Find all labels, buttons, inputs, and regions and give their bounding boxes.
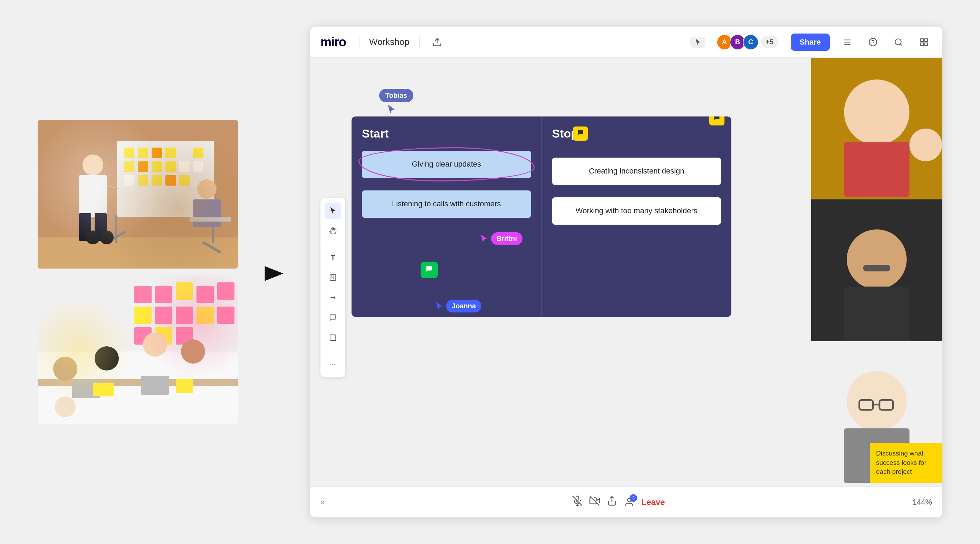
frame-tool[interactable] (325, 329, 341, 346)
upload-button[interactable] (429, 34, 445, 50)
header-title-divider (419, 36, 420, 48)
comment-tool[interactable] (325, 309, 341, 326)
svg-rect-35 (38, 276, 238, 351)
svg-rect-11 (165, 148, 176, 158)
svg-rect-40 (217, 282, 234, 300)
miro-logo: miro (320, 35, 346, 49)
participants-icon-wrap[interactable]: 3 (624, 497, 634, 507)
menu-icon[interactable] (916, 34, 932, 50)
svg-rect-41 (134, 306, 151, 324)
svg-rect-55 (72, 379, 100, 398)
svg-rect-9 (138, 148, 148, 158)
brittni-cursor: Brittni (479, 232, 522, 245)
svg-line-66 (900, 44, 902, 46)
svg-point-51 (95, 346, 119, 370)
miro-title[interactable]: Workshop (369, 37, 410, 47)
svg-rect-49 (38, 379, 238, 386)
svg-point-84 (847, 371, 907, 431)
stop-msg-icon (573, 126, 588, 141)
joanna-cursor: Joanna (434, 300, 481, 313)
svg-rect-38 (176, 282, 193, 300)
svg-rect-67 (921, 39, 923, 41)
pen-tool[interactable] (325, 289, 341, 306)
participant-count: 3 (630, 494, 637, 502)
collaborators: A B C +5 (716, 34, 778, 50)
collab-count: +5 (761, 36, 778, 48)
photo-team-bottom (38, 276, 238, 424)
svg-rect-6 (107, 231, 126, 243)
svg-rect-70 (925, 43, 928, 46)
svg-rect-45 (217, 306, 234, 324)
svg-point-65 (895, 39, 901, 45)
svg-rect-26 (79, 213, 91, 241)
miro-canvas[interactable]: T ··· Tobias (310, 58, 942, 517)
svg-rect-2 (38, 238, 238, 268)
help-icon[interactable] (865, 34, 881, 50)
svg-rect-7 (202, 241, 221, 254)
svg-rect-23 (193, 161, 204, 172)
svg-rect-71 (330, 275, 336, 281)
avatar-3: C (743, 34, 759, 50)
text-tool[interactable]: T (325, 249, 341, 266)
joanna-label: Joanna (446, 300, 481, 313)
svg-rect-39 (196, 286, 214, 303)
select-tool[interactable] (325, 203, 341, 219)
svg-point-80 (847, 230, 907, 289)
start-col-icon (709, 116, 724, 126)
photo-workshop-top (38, 120, 238, 268)
video-sticky-note: Discussing what success looks for each p… (870, 443, 942, 483)
camera-mute-icon[interactable] (589, 496, 600, 508)
svg-point-53 (181, 340, 205, 364)
svg-rect-13 (138, 161, 148, 172)
expand-icon[interactable]: » (320, 498, 325, 507)
svg-rect-46 (134, 327, 151, 345)
svg-rect-32 (193, 199, 221, 227)
svg-rect-8 (124, 148, 134, 158)
sticky-listening[interactable]: Listening to calls with customers (362, 190, 531, 218)
svg-rect-1 (38, 120, 238, 268)
share-screen-icon[interactable] (607, 496, 617, 508)
svg-rect-22 (193, 148, 204, 158)
sticky-tool[interactable] (325, 269, 341, 286)
svg-rect-34 (38, 276, 238, 424)
search-icon[interactable] (891, 34, 907, 50)
share-button[interactable]: Share (791, 34, 830, 51)
miro-header: miro Workshop A B C +5 (310, 27, 942, 58)
svg-rect-43 (176, 306, 193, 324)
sticky-inconsistent[interactable]: Creating inconsistent design (552, 158, 721, 185)
svg-point-52 (143, 332, 167, 357)
video-cell-2 (811, 199, 942, 341)
retro-board: Start Giving clear updates (352, 116, 731, 317)
svg-rect-36 (134, 286, 151, 303)
svg-rect-25 (79, 175, 107, 217)
hand-tool[interactable] (325, 223, 341, 239)
svg-point-76 (844, 80, 909, 145)
tobias-arrow (386, 104, 413, 116)
sticky-stakeholders[interactable]: Working with too many stakeholders (552, 197, 721, 225)
svg-point-30 (100, 231, 114, 244)
svg-rect-69 (921, 43, 923, 46)
leave-button[interactable]: Leave (641, 497, 665, 507)
tobias-cursor-area: Tobias (379, 89, 413, 116)
video-panel: Discussing what success looks for each p… (811, 58, 942, 483)
svg-rect-20 (165, 175, 176, 186)
arrow-icon: ► (259, 258, 290, 286)
svg-rect-10 (151, 148, 162, 158)
stop-column: Stop Creating inconsistent design (542, 116, 732, 317)
svg-rect-68 (925, 39, 928, 41)
sticky-giving-updates[interactable]: Giving clear updates (362, 151, 531, 178)
svg-rect-82 (863, 265, 891, 271)
toolbar-sep-1 (325, 244, 341, 244)
cursor-indicator (690, 37, 705, 48)
start-column: Start Giving clear updates (352, 116, 542, 317)
svg-rect-12 (124, 161, 134, 172)
video-cell-3: Discussing what success looks for each p… (811, 341, 942, 483)
arrow-section: ► (259, 254, 290, 290)
svg-rect-5 (212, 215, 214, 242)
bottom-left: » (320, 498, 325, 507)
more-tools[interactable]: ··· (325, 356, 341, 373)
brittni-label: Brittni (491, 232, 522, 245)
mic-mute-icon[interactable] (572, 496, 582, 508)
settings-icon[interactable] (840, 34, 855, 50)
svg-point-50 (53, 357, 77, 381)
